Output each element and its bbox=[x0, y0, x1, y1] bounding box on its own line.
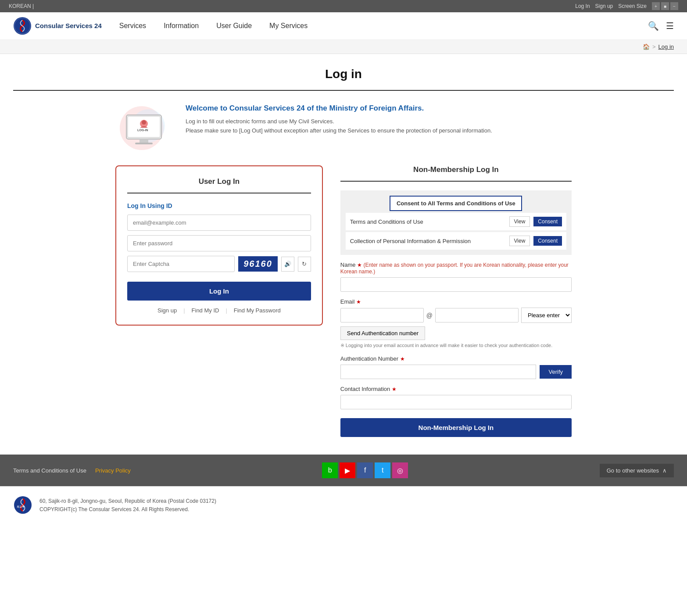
nav-information[interactable]: Information bbox=[164, 22, 199, 30]
footer-terms-link[interactable]: Terms and Conditions of Use bbox=[13, 467, 86, 474]
auth-required: ★ bbox=[400, 356, 405, 362]
password-group bbox=[127, 235, 311, 251]
email-required: ★ bbox=[356, 299, 361, 305]
login-link[interactable]: Log In bbox=[575, 3, 590, 9]
email-label-row: Email ★ bbox=[340, 298, 572, 305]
footer-address: 60, Sajik-ro 8-gil, Jongno-gu, Seoul, Re… bbox=[39, 497, 216, 505]
breadcrumb-separator: > bbox=[652, 43, 656, 50]
header-actions: 🔍 ☰ bbox=[648, 21, 674, 31]
login-button[interactable]: Log In bbox=[127, 282, 311, 301]
footer-main: Terms and Conditions of Use Privacy Poli… bbox=[0, 455, 687, 486]
footer-bottom-text: 60, Sajik-ro 8-gil, Jongno-gu, Seoul, Re… bbox=[39, 497, 216, 514]
captcha-refresh-btn[interactable]: ↻ bbox=[298, 257, 311, 272]
send-auth-button[interactable]: Send Authentication number bbox=[340, 326, 425, 340]
svg-rect-6 bbox=[140, 139, 148, 143]
social-facebook-icon[interactable]: f bbox=[357, 462, 373, 478]
breadcrumb-current[interactable]: Log in bbox=[658, 43, 674, 50]
name-required: ★ bbox=[357, 262, 363, 268]
menu-button[interactable]: ☰ bbox=[666, 21, 674, 31]
svg-rect-7 bbox=[135, 143, 153, 144]
consent-box: Consent to All Terms and Conditions of U… bbox=[340, 190, 572, 255]
page-title-area: Log in bbox=[13, 54, 674, 91]
contact-label-row: Contact Information ★ bbox=[340, 386, 572, 392]
email-input[interactable] bbox=[127, 215, 311, 231]
search-button[interactable]: 🔍 bbox=[648, 21, 659, 31]
home-icon[interactable]: 🏠 bbox=[643, 43, 650, 50]
user-login-title: User Log In bbox=[127, 177, 311, 193]
svg-text:외교부: 외교부 bbox=[17, 505, 25, 508]
non-member-login-panel: Non-Membership Log In Consent to All Ter… bbox=[340, 165, 572, 437]
collection-consent-row: Collection of Personal Information & Per… bbox=[346, 232, 566, 250]
contact-label: Contact Information bbox=[340, 386, 390, 392]
password-input[interactable] bbox=[127, 235, 311, 251]
screen-size-controls: + ■ − bbox=[652, 2, 678, 10]
logo-icon bbox=[13, 17, 32, 35]
auth-number-input[interactable] bbox=[340, 365, 537, 379]
footer-copyright: COPYRIGHT(c) The Consular Services 24. A… bbox=[39, 505, 216, 514]
collection-consent-btn[interactable]: Consent bbox=[533, 236, 562, 246]
find-pw-link[interactable]: Find My Password bbox=[227, 307, 287, 314]
collection-label: Collection of Personal Information & Per… bbox=[350, 238, 506, 244]
screen-decrease-btn[interactable]: − bbox=[670, 2, 678, 10]
social-twitter-icon[interactable]: t bbox=[375, 462, 390, 478]
top-bar: KOREAN | Log In Sign up Screen Size + ■ … bbox=[0, 0, 687, 12]
email-group bbox=[127, 215, 311, 231]
email-label: Email bbox=[340, 298, 355, 305]
svg-text:LOG-IN: LOG-IN bbox=[137, 129, 148, 132]
social-band-icon[interactable]: b bbox=[322, 462, 338, 478]
screen-increase-btn[interactable]: + bbox=[652, 2, 660, 10]
footer-privacy-link[interactable]: Privacy Policy bbox=[95, 467, 131, 474]
footer-logo-icon: 외교부 bbox=[13, 495, 33, 515]
captcha-audio-btn[interactable]: 🔊 bbox=[281, 257, 294, 272]
collection-view-btn[interactable]: View bbox=[509, 236, 530, 246]
email-domain-input[interactable] bbox=[435, 308, 519, 322]
login-illustration: LOG-IN bbox=[115, 104, 172, 152]
social-instagram-icon[interactable]: ◎ bbox=[392, 462, 408, 478]
email-domain-select[interactable]: Please enter gmail.com yahoo.com naver.c… bbox=[521, 308, 572, 323]
auth-label-row: Authentication Number ★ bbox=[340, 355, 572, 362]
page-title: Log in bbox=[13, 67, 674, 81]
main-nav: Services Information User Guide My Servi… bbox=[119, 22, 648, 30]
name-note: (Enter name as shown on your passport. I… bbox=[340, 262, 569, 275]
find-id-link[interactable]: Find My ID bbox=[185, 307, 226, 314]
top-bar-actions: Log In Sign up Screen Size + ■ − bbox=[575, 2, 678, 10]
welcome-title: Welcome to Consular Services 24 of the M… bbox=[186, 104, 492, 113]
email-local-input[interactable] bbox=[340, 308, 424, 322]
logo-link[interactable]: Consular Services 24 bbox=[13, 17, 102, 35]
non-member-login-button[interactable]: Non-Membership Log In bbox=[340, 418, 572, 437]
screen-size-label: Screen Size bbox=[618, 3, 647, 9]
header: Consular Services 24 Services Informatio… bbox=[0, 12, 687, 40]
screen-reset-btn[interactable]: ■ bbox=[661, 2, 669, 10]
signup-link[interactable]: Sign up bbox=[151, 307, 183, 314]
contact-input[interactable] bbox=[340, 395, 572, 409]
consent-all-button[interactable]: Consent to All Terms and Conditions of U… bbox=[390, 196, 522, 211]
signup-link-top[interactable]: Sign up bbox=[595, 3, 613, 9]
nav-services[interactable]: Services bbox=[119, 22, 146, 30]
captcha-group: 96160 🔊 ↻ bbox=[127, 256, 311, 272]
goto-sites-button[interactable]: Go to other websites ∧ bbox=[600, 464, 674, 477]
language-label[interactable]: KOREAN | bbox=[9, 3, 34, 9]
main-content: LOG-IN Welcome to Consular Services 24 o… bbox=[102, 104, 585, 455]
terms-view-btn[interactable]: View bbox=[509, 216, 530, 227]
terms-consent-btn[interactable]: Consent bbox=[533, 217, 562, 226]
name-input[interactable] bbox=[340, 277, 572, 292]
welcome-line1: Log in to fill out electronic forms and … bbox=[186, 117, 492, 126]
welcome-line2: Please make sure to [Log Out] without ex… bbox=[186, 126, 492, 136]
social-youtube-icon[interactable]: ▶ bbox=[340, 462, 355, 478]
login-links: Sign up | Find My ID | Find My Password bbox=[127, 307, 311, 314]
contact-required: ★ bbox=[392, 386, 397, 392]
captcha-input[interactable] bbox=[127, 256, 235, 272]
auth-label: Authentication Number bbox=[340, 355, 398, 362]
name-label: Name bbox=[340, 261, 356, 268]
welcome-section: LOG-IN Welcome to Consular Services 24 o… bbox=[115, 104, 572, 152]
breadcrumb: 🏠 > Log in bbox=[0, 40, 687, 54]
nav-my-services[interactable]: My Services bbox=[269, 22, 308, 30]
footer-bottom: 외교부 60, Sajik-ro 8-gil, Jongno-gu, Seoul… bbox=[0, 486, 687, 524]
verify-button[interactable]: Verify bbox=[540, 365, 572, 379]
nav-user-guide[interactable]: User Guide bbox=[216, 22, 252, 30]
footer-links: Terms and Conditions of Use Privacy Poli… bbox=[13, 467, 131, 474]
login-panels: User Log In Log In Using ID 96160 🔊 ↻ Lo… bbox=[115, 165, 572, 437]
auth-row: Verify bbox=[340, 365, 572, 379]
user-login-panel: User Log In Log In Using ID 96160 🔊 ↻ Lo… bbox=[115, 165, 323, 326]
non-member-title: Non-Membership Log In bbox=[340, 165, 572, 182]
